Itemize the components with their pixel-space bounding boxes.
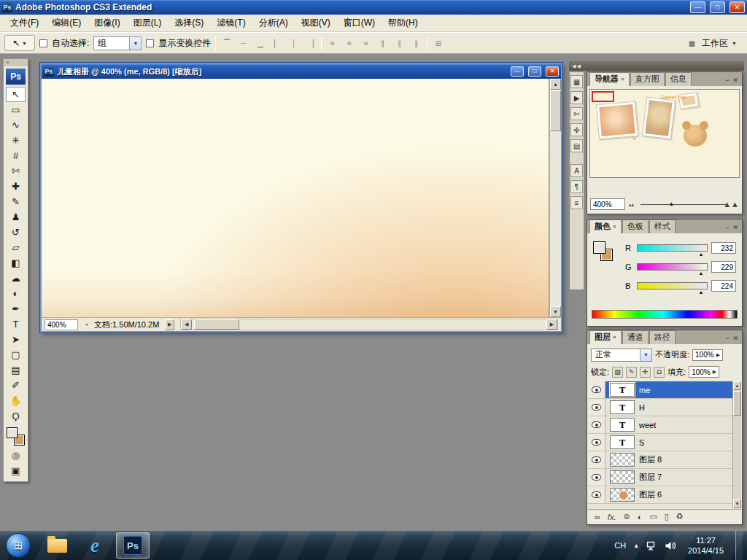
distribute-right-edges-button[interactable]: ∥ (410, 36, 422, 50)
slider-thumb-icon[interactable]: ▲ (699, 252, 704, 257)
taskbar-clock[interactable]: 11:27 2014/4/15 (684, 535, 728, 556)
maximize-button[interactable]: □ (710, 1, 725, 13)
red-value-input[interactable] (711, 242, 736, 254)
layer-style-icon[interactable]: fx. (608, 513, 616, 521)
navigator-view-box[interactable] (592, 91, 614, 102)
shape-tool[interactable]: ▢ (6, 347, 26, 362)
eye-icon[interactable] (592, 474, 601, 481)
move-tool[interactable]: ↖ (6, 87, 26, 102)
horizontal-scroll-thumb[interactable] (194, 319, 239, 330)
tab-layers[interactable]: 图层 × (589, 330, 622, 344)
brush-tool[interactable]: ✎ (6, 194, 26, 209)
navigator-preview[interactable]: Sweet me ≈ (589, 89, 740, 178)
eraser-tool[interactable]: ▱ (6, 240, 26, 255)
crop-tool[interactable]: # (6, 148, 26, 163)
zoom-slider-thumb[interactable]: ▲ (668, 201, 674, 207)
align-top-edges-button[interactable]: ▔ (220, 36, 233, 50)
menu-image[interactable]: 图像(I) (88, 15, 126, 31)
delete-layer-icon[interactable]: ♻ (676, 512, 684, 521)
tab-channels[interactable]: 通道 (622, 330, 649, 344)
type-tool[interactable]: T (6, 316, 26, 332)
tool-presets-panel-icon[interactable]: ✄ (570, 107, 583, 120)
healing-brush-tool[interactable]: ✚ (6, 179, 26, 194)
lock-image-pixels-icon[interactable]: ✎ (626, 367, 637, 378)
color-spectrum-ramp[interactable] (592, 310, 738, 319)
layer-mask-icon[interactable]: ⊚ (623, 512, 630, 521)
eye-icon[interactable] (592, 439, 601, 446)
popup-arrow-icon[interactable]: ▶ (713, 369, 716, 375)
chevron-down-icon[interactable]: ▼ (129, 37, 141, 50)
language-indicator[interactable]: CH (614, 541, 626, 550)
palette-well-icon[interactable]: ▦ (686, 36, 698, 50)
distribute-bottom-edges-button[interactable]: ≡ (360, 36, 372, 50)
scroll-down-button[interactable]: ▼ (733, 499, 741, 508)
auto-align-layers-button[interactable]: ⊞ (432, 36, 444, 50)
zoom-in-icon[interactable]: ▲▲ (723, 200, 739, 209)
zoom-out-icon[interactable]: ▴▴ (629, 202, 634, 208)
menu-analysis[interactable]: 分析(A) (252, 15, 295, 31)
tab-histogram[interactable]: 直方图 (630, 72, 665, 86)
dodge-tool[interactable]: ◐ (6, 286, 26, 301)
styles-panel-icon[interactable]: ≡ (570, 196, 583, 209)
green-slider[interactable]: ▲ (637, 263, 708, 271)
pixel-layer-thumbnail[interactable] (610, 453, 635, 467)
layer-comps-panel-icon[interactable]: ▤ (570, 139, 583, 152)
visibility-cell[interactable] (588, 416, 605, 433)
lasso-tool[interactable]: ∿ (6, 117, 26, 133)
character-panel-icon[interactable]: A (570, 164, 583, 177)
close-button[interactable]: ✕ (729, 1, 745, 13)
tab-paths[interactable]: 路径 (649, 330, 676, 344)
dock-collapse-bar[interactable]: ◀◀ (569, 61, 744, 71)
tab-color[interactable]: 颜色 × (589, 219, 622, 233)
lock-position-icon[interactable]: ✛ (640, 367, 651, 378)
tab-navigator[interactable]: 导航器 × (589, 72, 630, 86)
histogram-panel-icon[interactable]: ▦ (570, 75, 583, 88)
panel-close-icon[interactable]: ✕ (732, 77, 738, 84)
eye-icon[interactable] (592, 404, 601, 411)
quick-selection-tool[interactable]: ✳ (6, 133, 26, 148)
lock-transparent-pixels-icon[interactable]: ▨ (612, 367, 623, 378)
paragraph-panel-icon[interactable]: ¶ (570, 180, 583, 193)
popup-arrow-icon[interactable]: ▶ (716, 352, 720, 358)
layer-name[interactable]: 图层 7 (639, 472, 662, 483)
visibility-cell[interactable] (588, 486, 605, 503)
menu-view[interactable]: 视图(V) (295, 15, 337, 31)
layer-name[interactable]: weet (639, 421, 656, 429)
timing-icon[interactable]: ◔ (84, 321, 88, 329)
taskbar-explorer-button[interactable] (40, 532, 74, 559)
eye-icon[interactable] (592, 421, 601, 428)
layer-name[interactable]: S (639, 438, 644, 447)
hidden-icons-button[interactable]: ▲ (633, 542, 639, 549)
pixel-layer-thumbnail[interactable] (610, 488, 635, 502)
new-layer-icon[interactable]: ▯ (665, 512, 669, 521)
auto-select-checkbox[interactable] (39, 39, 47, 47)
document-title-bar[interactable]: Ps 儿童相册 @ 400% (me, RGB/8) [缩放后] — □ ✕ (42, 64, 561, 79)
tab-swatches[interactable]: 色板 (622, 219, 649, 233)
layer-row[interactable]: T weet (588, 416, 732, 434)
visibility-cell[interactable] (588, 451, 605, 468)
layer-row[interactable]: 图层 7 (588, 469, 732, 486)
chevron-down-icon[interactable]: ▼ (640, 349, 651, 361)
tab-styles[interactable]: 样式 (649, 219, 676, 233)
show-desktop-button[interactable] (735, 531, 743, 560)
slice-tool[interactable]: ✄ (6, 163, 26, 179)
visibility-cell[interactable] (588, 434, 605, 451)
tab-close-icon[interactable]: × (613, 223, 616, 230)
layer-row[interactable]: T H (588, 399, 732, 416)
auto-select-dropdown[interactable]: 组 ▼ (93, 36, 142, 50)
scroll-up-button[interactable]: ▲ (550, 79, 561, 90)
foreground-color-swatch[interactable] (593, 241, 605, 254)
align-bottom-edges-button[interactable]: ▁ (254, 36, 266, 50)
visibility-cell[interactable] (588, 399, 605, 416)
scroll-up-button[interactable]: ▲ (733, 381, 741, 390)
green-value-input[interactable] (711, 261, 736, 273)
layer-row[interactable]: 图层 8 (588, 451, 732, 469)
start-button[interactable]: ⊞ (6, 533, 31, 558)
navigator-zoom-input[interactable] (590, 198, 625, 210)
menu-file[interactable]: 文件(F) (4, 15, 45, 31)
pixel-layer-thumbnail[interactable] (610, 470, 635, 484)
quick-mask-button[interactable]: ◎ (6, 448, 26, 463)
layer-name[interactable]: H (639, 403, 645, 412)
menu-edit[interactable]: 编辑(E) (45, 15, 88, 31)
vertical-scroll-thumb[interactable] (550, 90, 561, 131)
